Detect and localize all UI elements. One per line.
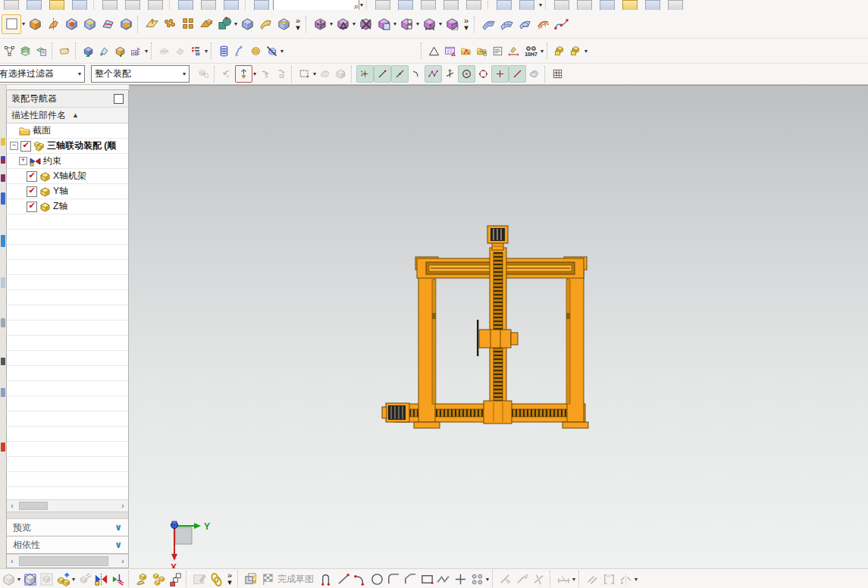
sketch-dropdown[interactable]: ▾: [22, 20, 25, 27]
snap-mid-point-icon[interactable]: [391, 65, 409, 83]
assembly-constraints-icon[interactable]: [334, 15, 352, 33]
selection-filter-combo[interactable]: 有选择过滤器▾: [0, 65, 85, 83]
wave-geometry-linker-icon[interactable]: [243, 571, 259, 587]
row1-overflow-2[interactable]: »▾: [461, 17, 472, 31]
component-position-icon[interactable]: x: [420, 15, 438, 33]
boss-icon[interactable]: [80, 15, 99, 33]
tree-row-x-axis-frame[interactable]: X轴机架: [7, 169, 128, 184]
shaded-face-icon[interactable]: [317, 66, 333, 82]
row1-overflow[interactable]: »▾: [293, 17, 303, 31]
block-icon[interactable]: [238, 15, 256, 33]
quick-extend-icon[interactable]: [514, 571, 531, 587]
tree-row-y-axis[interactable]: Y轴: [7, 184, 128, 199]
assembly-constraint-bowtie-icon[interactable]: [92, 571, 109, 587]
redo-icon[interactable]: [201, 0, 216, 11]
snap-circle-center-icon[interactable]: [458, 65, 475, 83]
component-checkbox[interactable]: [27, 202, 37, 212]
display-mode-icon[interactable]: [398, 0, 413, 11]
solid-face-icon[interactable]: [333, 66, 349, 82]
help-icon[interactable]: [254, 0, 269, 11]
section-body-icon[interactable]: [172, 43, 188, 59]
tree-row-section[interactable]: 截面: [7, 124, 128, 139]
expand-icon[interactable]: +: [19, 157, 27, 165]
component-checkbox[interactable]: [27, 186, 37, 197]
constraint-brackets-icon[interactable]: [600, 571, 617, 587]
sketch-polyline-icon[interactable]: [435, 571, 452, 587]
sketch-rectangle-icon[interactable]: [418, 571, 435, 587]
tree-row-constraints[interactable]: + 约束: [7, 154, 128, 169]
render-icon[interactable]: [622, 0, 638, 11]
grab-filter-icon[interactable]: [273, 66, 289, 82]
paste-icon[interactable]: [148, 0, 163, 11]
collapse-icon[interactable]: −: [10, 142, 18, 150]
move-cube-icon[interactable]: [76, 571, 92, 587]
arrange-component-icon[interactable]: [443, 15, 461, 33]
command-finder-input[interactable]: ⌕: [273, 0, 359, 11]
simple-interference-icon[interactable]: [96, 43, 112, 59]
stack-cubes-icon[interactable]: [21, 571, 38, 587]
axis-arrows-icon[interactable]: [109, 571, 126, 587]
sketch-point-icon[interactable]: [452, 571, 468, 587]
window-icon[interactable]: [375, 0, 390, 11]
box-cubes-icon[interactable]: [38, 571, 55, 587]
component-checkbox[interactable]: [20, 141, 31, 152]
pattern-geometry-icon[interactable]: [179, 15, 197, 33]
sheet-icon[interactable]: [256, 15, 274, 33]
snap-arc-icon[interactable]: [409, 66, 425, 82]
recent-command-icon[interactable]: [224, 0, 239, 11]
snap-intersection-icon[interactable]: [442, 66, 458, 82]
grid-snap-icon[interactable]: [550, 66, 566, 82]
tree-horizontal-scrollbar[interactable]: ‹ ›: [7, 499, 128, 511]
hole-icon[interactable]: [62, 15, 80, 33]
measure-brush-icon[interactable]: [506, 43, 522, 59]
extrude-icon[interactable]: [26, 15, 44, 33]
assembly-navigator-tab-icon[interactable]: [1, 138, 5, 145]
tree-column-header[interactable]: 描述性部件名 ▲: [7, 108, 128, 124]
mirror-curve-icon[interactable]: [617, 571, 634, 587]
snap-quadrant-icon[interactable]: [475, 66, 491, 82]
copy-icon[interactable]: [125, 0, 140, 11]
copy-component-icon[interactable]: [374, 15, 393, 33]
graphics-viewport[interactable]: Y X: [129, 85, 868, 569]
hand-component-icon[interactable]: [133, 571, 150, 587]
component-pattern-icon[interactable]: [397, 15, 415, 33]
mesh-surface-icon[interactable]: [497, 15, 515, 33]
edit-section-icon[interactable]: [554, 0, 569, 11]
edit-cube-icon[interactable]: [0, 571, 17, 587]
show-hide-icon[interactable]: [421, 0, 436, 11]
scroll-left-arrow[interactable]: ‹: [7, 557, 17, 565]
examine-geometry-icon[interactable]: [112, 43, 128, 59]
undo-icon[interactable]: [178, 0, 193, 11]
effects-icon[interactable]: [645, 0, 660, 11]
float-panel-button[interactable]: [114, 94, 124, 104]
pattern-curve-icon[interactable]: [468, 571, 485, 587]
tree-row-z-axis[interactable]: Z轴: [7, 199, 128, 214]
app-logo-icon[interactable]: [4, 0, 19, 11]
snap-spline-point-icon[interactable]: [425, 65, 442, 83]
layer-settings-icon[interactable]: [17, 43, 33, 59]
history-tab-icon[interactable]: [1, 277, 5, 288]
revolve-icon[interactable]: [44, 15, 62, 33]
panel-horizontal-scrollbar[interactable]: ‹ ›: [7, 554, 128, 568]
marquee-select-icon[interactable]: [296, 66, 312, 82]
select-highlight-icon[interactable]: [235, 65, 252, 83]
measure-distance-icon[interactable]: [80, 43, 96, 59]
snap-handles-icon[interactable]: [2, 43, 17, 59]
fit-binoculars-icon[interactable]: 10H7: [522, 42, 540, 60]
sketch-arc-icon[interactable]: [352, 571, 368, 587]
chain-links-icon[interactable]: [208, 571, 224, 587]
front-view-icon[interactable]: [497, 0, 512, 11]
curve-mesh-icon[interactable]: [534, 15, 552, 33]
snap-point-cluster-icon[interactable]: [356, 65, 374, 83]
layer-visible-icon[interactable]: [33, 43, 49, 59]
unite-boolean-icon[interactable]: [215, 15, 233, 33]
redo-filter-icon[interactable]: [257, 66, 273, 82]
section-curve-icon[interactable]: [156, 43, 172, 59]
reuse-library-tab-icon[interactable]: [1, 192, 5, 205]
add-component-icon[interactable]: [55, 571, 71, 587]
sequence-chain-icon[interactable]: [167, 571, 183, 587]
shell-icon[interactable]: [117, 15, 135, 33]
panel-splitter[interactable]: [7, 511, 128, 519]
chamfer-cube-icon[interactable]: [274, 15, 293, 33]
note-tag-icon[interactable]: [57, 43, 73, 59]
